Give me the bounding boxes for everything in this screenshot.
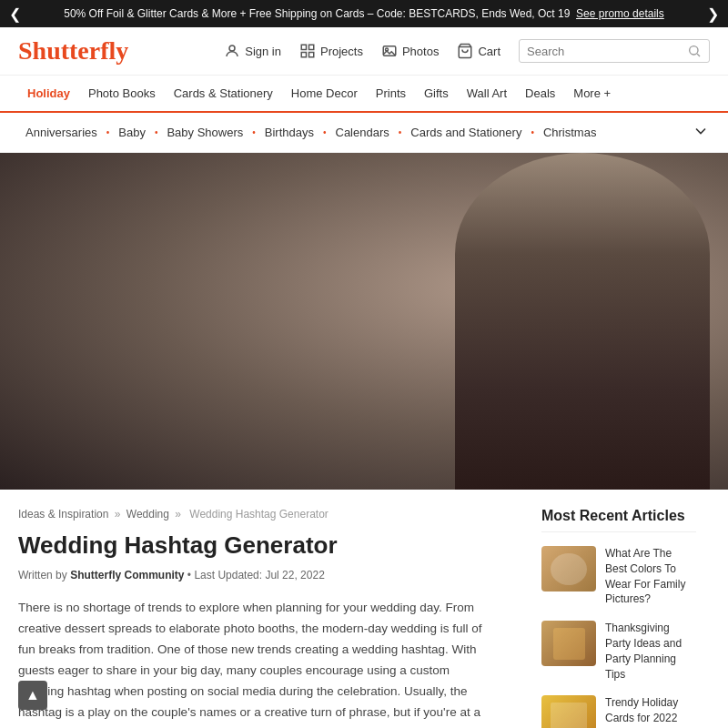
sidebar: Most Recent Articles What Are The Best C… — [528, 490, 710, 728]
nav-item-homedecor[interactable]: Home Decor — [282, 76, 367, 111]
nav-item-cards[interactable]: Cards & Stationery — [165, 76, 282, 111]
breadcrumb: Ideas & Inspiration » Wedding » Wedding … — [18, 508, 491, 521]
svg-rect-2 — [308, 45, 313, 49]
subnav-cards-stationery[interactable]: Cards and Stationery — [403, 124, 529, 141]
subnav-christmas[interactable]: Christmas — [536, 124, 604, 141]
recent-article-1-title: Thanksgiving Party Ideas and Party Plann… — [605, 621, 696, 682]
subnav-anniversaries[interactable]: Anniversaries — [18, 124, 105, 141]
user-icon — [224, 43, 240, 59]
projects-button[interactable]: Projects — [299, 43, 363, 59]
subnav-babyshowers[interactable]: Baby Showers — [159, 124, 250, 141]
author-name: Shutterfly Community — [70, 569, 184, 581]
main-nav: Holiday Photo Books Cards & Stationery H… — [0, 76, 728, 113]
hero-person — [455, 153, 710, 490]
subnav-calendars[interactable]: Calendars — [329, 124, 397, 141]
projects-icon — [299, 43, 316, 59]
banner-promo-link[interactable]: See promo details — [576, 7, 664, 20]
breadcrumb-wedding[interactable]: Wedding — [126, 508, 169, 521]
recent-article-2-image — [541, 695, 596, 728]
svg-point-8 — [690, 46, 698, 55]
svg-rect-1 — [301, 45, 306, 49]
hero-image — [0, 153, 728, 490]
recent-article-0-title: What Are The Best Colors To Wear For Fam… — [605, 546, 696, 607]
recent-article-0[interactable]: What Are The Best Colors To Wear For Fam… — [541, 546, 696, 607]
svg-rect-4 — [308, 53, 313, 57]
search-icon[interactable] — [687, 44, 702, 58]
sub-nav: Anniversaries • Baby • Baby Showers • Bi… — [0, 113, 728, 153]
top-banner: ❮ 50% Off Foil & Glitter Cards & More + … — [0, 0, 728, 27]
search-input[interactable] — [527, 45, 687, 58]
cart-icon — [457, 43, 473, 59]
photos-icon — [381, 43, 398, 59]
header-right: Sign in Projects Photos Cart — [224, 39, 710, 63]
chevron-down-icon — [692, 122, 710, 140]
page-title: Wedding Hashtag Generator — [18, 531, 491, 560]
sidebar-title: Most Recent Articles — [541, 508, 696, 532]
svg-line-9 — [697, 54, 700, 56]
photos-button[interactable]: Photos — [381, 43, 439, 59]
nav-item-photobooks[interactable]: Photo Books — [79, 76, 165, 111]
nav-item-more[interactable]: More + — [564, 76, 620, 111]
search-box[interactable] — [519, 39, 710, 63]
main-content: Ideas & Inspiration » Wedding » Wedding … — [0, 490, 510, 728]
banner-prev-arrow[interactable]: ❮ — [9, 5, 21, 23]
subnav-more-button[interactable] — [692, 122, 710, 143]
nav-item-deals[interactable]: Deals — [516, 76, 564, 111]
scroll-top-button[interactable]: ▲ — [18, 681, 47, 710]
recent-article-2[interactable]: Trendy Holiday Cards for 2022 — [541, 695, 696, 728]
sign-in-button[interactable]: Sign in — [224, 43, 281, 59]
subnav-birthdays[interactable]: Birthdays — [258, 124, 321, 141]
banner-next-arrow[interactable]: ❯ — [707, 5, 719, 23]
banner-text: 50% Off Foil & Glitter Cards & More + Fr… — [64, 7, 664, 20]
site-header: Shutterfly Sign in Projects Photos Cart — [0, 27, 728, 76]
recent-article-0-image — [541, 546, 596, 592]
recent-article-1[interactable]: Thanksgiving Party Ideas and Party Plann… — [541, 621, 696, 682]
nav-item-holiday[interactable]: Holiday — [18, 76, 79, 111]
recent-article-1-image — [541, 621, 596, 666]
last-updated: Last Updated: Jul 22, 2022 — [194, 569, 324, 581]
nav-item-prints[interactable]: Prints — [367, 76, 415, 111]
article-body-p1: There is no shortage of trends to explor… — [18, 598, 491, 728]
site-logo[interactable]: Shutterfly — [18, 36, 128, 66]
subnav-baby[interactable]: Baby — [111, 124, 153, 141]
nav-item-wallart[interactable]: Wall Art — [458, 76, 516, 111]
nav-item-gifts[interactable]: Gifts — [415, 76, 458, 111]
content-wrapper: Ideas & Inspiration » Wedding » Wedding … — [0, 490, 728, 728]
cart-button[interactable]: Cart — [457, 43, 500, 59]
svg-point-0 — [229, 46, 235, 51]
breadcrumb-inspiration[interactable]: Ideas & Inspiration — [18, 508, 108, 521]
author-line: Written by Shutterfly Community • Last U… — [18, 569, 491, 581]
svg-rect-3 — [301, 53, 306, 57]
recent-article-2-title: Trendy Holiday Cards for 2022 — [605, 695, 696, 728]
breadcrumb-current: Wedding Hashtag Generator — [189, 508, 329, 521]
